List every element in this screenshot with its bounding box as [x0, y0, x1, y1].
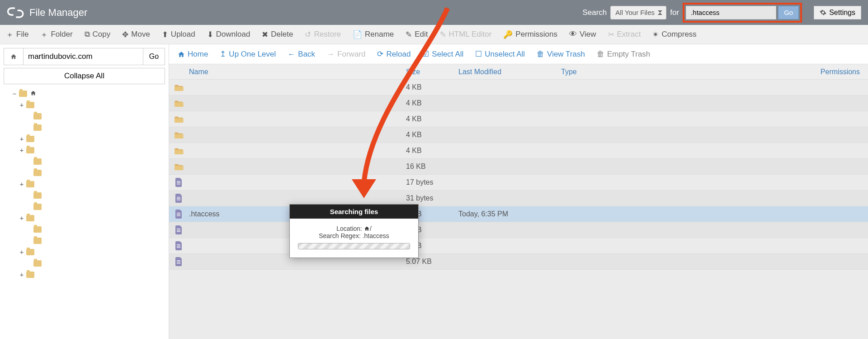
tree-item[interactable]: + — [4, 246, 165, 258]
rename-button[interactable]: 📄Rename — [347, 25, 400, 44]
col-name-header[interactable]: Name — [169, 68, 406, 76]
gear-icon — [820, 9, 826, 16]
new-folder-button[interactable]: ＋Folder — [34, 25, 78, 44]
tree-toggle[interactable]: + — [19, 271, 24, 278]
svg-rect-5 — [177, 200, 180, 200]
nav-emptytrash-button[interactable]: 🗑Empty Trash — [591, 44, 656, 64]
nav-viewtrash-button[interactable]: 🗑View Trash — [531, 44, 591, 64]
move-icon: ✥ — [122, 30, 128, 39]
tree-item[interactable] — [4, 235, 165, 246]
tree-toggle[interactable]: + — [19, 181, 24, 188]
copy-icon: ⧉ — [85, 30, 90, 39]
tree-item[interactable] — [4, 156, 165, 167]
table-row[interactable]: 4 KB — [169, 80, 868, 95]
table-row[interactable]: 4 KB — [169, 127, 868, 143]
tree-item[interactable] — [4, 258, 165, 269]
collapse-all-button[interactable]: Collapse All — [4, 68, 165, 84]
tree-item[interactable]: + — [4, 269, 165, 280]
table-row[interactable]: 7 KB — [169, 238, 868, 254]
col-modified-header[interactable]: Last Modified — [458, 68, 561, 76]
cpanel-icon — [7, 6, 25, 19]
folder-icon — [33, 238, 42, 244]
col-permissions-header[interactable]: Permissions — [655, 68, 868, 76]
modal-location-row: Location: / — [298, 225, 410, 232]
tree-item[interactable]: + — [4, 99, 165, 110]
trash-icon: 🗑 — [597, 50, 604, 59]
tree-item[interactable]: + — [4, 178, 165, 190]
svg-rect-12 — [177, 244, 180, 245]
tree-item[interactable]: − — [4, 88, 165, 99]
tree-toggle[interactable]: + — [19, 135, 24, 143]
folder-icon — [26, 147, 34, 153]
table-row[interactable]: 2 KB — [169, 222, 868, 238]
nav-back-button[interactable]: ←Back — [282, 44, 321, 64]
path-home-button[interactable] — [4, 48, 24, 65]
delete-button[interactable]: ✖Delete — [256, 25, 299, 44]
table-row[interactable]: 4 KB — [169, 95, 868, 111]
sidebar: Go Collapse All −+++++++ — [0, 44, 169, 339]
search-for-label: for — [670, 8, 679, 17]
nav-forward-button[interactable]: →Forward — [321, 44, 371, 64]
col-size-header[interactable]: Size — [406, 68, 458, 76]
tree-item[interactable] — [4, 201, 165, 212]
copy-button[interactable]: ⧉Copy — [79, 25, 117, 44]
row-size: 4 KB — [406, 131, 458, 139]
row-modified: Today, 6:35 PM — [458, 210, 561, 218]
nav-selectall-button[interactable]: ☑Select All — [416, 44, 469, 64]
permissions-button[interactable]: 🔑Permissions — [497, 25, 563, 44]
table-row[interactable]: .htaccess8 KBToday, 6:35 PM — [169, 206, 868, 222]
extract-button[interactable]: ✂Extract — [602, 25, 647, 44]
upload-button[interactable]: ⬆Upload — [156, 25, 201, 44]
file-icon — [169, 241, 189, 250]
row-size: 5.07 KB — [406, 258, 458, 266]
view-button[interactable]: 👁View — [563, 25, 602, 44]
search-scope-select[interactable]: All Your Files — [610, 6, 666, 19]
new-file-button[interactable]: ＋File — [0, 25, 34, 44]
table-row[interactable]: 4 KB — [169, 111, 868, 127]
html-editor-button[interactable]: ✎HTML Editor — [434, 25, 498, 44]
search-label: Search — [582, 8, 607, 17]
table-row[interactable]: 16 KB — [169, 159, 868, 175]
tree-toggle[interactable]: − — [12, 90, 17, 97]
tree-item[interactable] — [4, 224, 165, 235]
home-icon — [30, 90, 37, 97]
tree-item[interactable] — [4, 110, 165, 122]
col-type-header[interactable]: Type — [561, 68, 655, 76]
tree-item[interactable] — [4, 190, 165, 201]
tree-item[interactable]: + — [4, 144, 165, 156]
table-row[interactable]: 17 bytes — [169, 175, 868, 191]
download-icon: ⬇ — [207, 30, 213, 39]
download-button[interactable]: ⬇Download — [201, 25, 256, 44]
tree-item[interactable]: + — [4, 212, 165, 224]
table-row[interactable]: 5.07 KB — [169, 254, 868, 270]
folder-tree[interactable]: −+++++++ — [4, 88, 165, 335]
tree-item[interactable] — [4, 167, 165, 178]
tree-toggle[interactable]: + — [19, 248, 24, 256]
search-input[interactable] — [686, 6, 776, 19]
nav-reload-button[interactable]: ⟳Reload — [371, 44, 416, 64]
restore-icon: ↺ — [305, 30, 311, 39]
tree-item[interactable]: + — [4, 133, 165, 144]
edit-button[interactable]: ✎Edit — [400, 25, 434, 44]
plus-icon: ＋ — [40, 29, 48, 40]
restore-button[interactable]: ↺Restore — [299, 25, 347, 44]
nav-unselectall-button[interactable]: ☐Unselect All — [469, 44, 531, 64]
table-row[interactable]: 4 KB — [169, 143, 868, 159]
move-button[interactable]: ✥Move — [116, 25, 156, 44]
settings-button[interactable]: Settings — [814, 6, 861, 19]
file-listing[interactable]: 4 KB4 KB4 KB4 KB4 KB16 KB17 bytes31 byte… — [169, 80, 868, 339]
pencil-icon: ✎ — [406, 30, 412, 39]
path-go-button[interactable]: Go — [143, 48, 165, 65]
path-input[interactable] — [24, 48, 143, 65]
tree-toggle[interactable]: + — [19, 101, 24, 109]
tree-toggle[interactable]: + — [19, 147, 24, 154]
tree-item[interactable] — [4, 122, 165, 133]
search-go-button[interactable]: Go — [778, 6, 799, 19]
nav-home-button[interactable]: Home — [172, 44, 214, 64]
row-size: 4 KB — [406, 99, 458, 107]
folder-icon — [26, 102, 34, 108]
compress-button[interactable]: ✴Compress — [646, 25, 702, 44]
nav-up-button[interactable]: ↥Up One Level — [214, 44, 282, 64]
tree-toggle[interactable]: + — [19, 215, 24, 222]
table-row[interactable]: 31 bytes — [169, 191, 868, 206]
